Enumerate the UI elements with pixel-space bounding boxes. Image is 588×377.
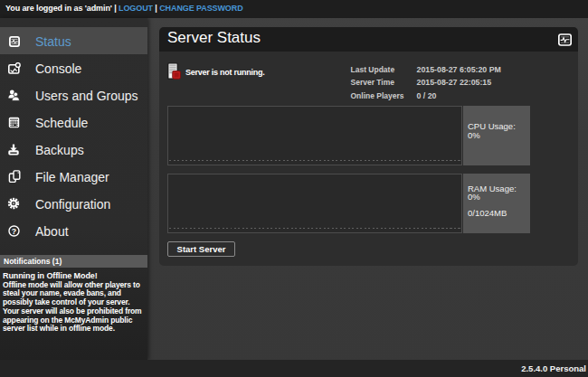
svg-text:?: ?: [12, 226, 16, 235]
